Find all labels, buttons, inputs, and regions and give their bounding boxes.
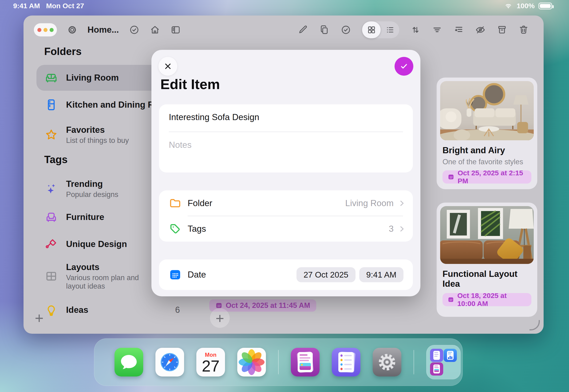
grid-view-icon	[367, 25, 376, 35]
notes-app-icon[interactable]	[291, 348, 320, 377]
view-toggle[interactable]	[362, 21, 399, 38]
sparkles-icon	[44, 182, 58, 196]
zoom-window-dot[interactable]	[50, 28, 54, 32]
sidebar-item-subtitle: Various room plan and layout ideas	[66, 274, 147, 291]
name-notes-card: Interesting Sofa Design Notes	[159, 104, 413, 172]
sidebar-item-count: 6	[175, 305, 180, 315]
copy-icon[interactable]	[319, 25, 330, 35]
tags-row[interactable]: Tags 3	[159, 216, 413, 242]
mini-notes-app-icon	[430, 362, 443, 376]
check-icon	[398, 61, 409, 72]
sidebar-item-label: Unique Design	[66, 239, 127, 249]
filter-lines-icon[interactable]	[432, 25, 442, 35]
close-icon	[163, 61, 173, 71]
sort-arrows-icon[interactable]	[410, 25, 421, 35]
notes-field-placeholder[interactable]: Notes	[169, 140, 192, 150]
date-picker-button[interactable]: 27 Oct 2025	[297, 267, 356, 282]
sidebar-add-button[interactable]: +	[35, 311, 43, 326]
item-card-bright-and-airy[interactable]: Bright and Airy One of the favorite styl…	[437, 78, 537, 189]
settings-app-icon[interactable]	[373, 348, 401, 377]
close-window-dot[interactable]	[37, 28, 41, 32]
sidebar-item-label: Layouts	[66, 262, 147, 272]
list-view-icon	[385, 25, 395, 35]
chevron-right-icon	[398, 199, 406, 207]
lightbulb-icon	[44, 303, 58, 317]
status-date: Mon Oct 27	[46, 2, 84, 10]
home-icon[interactable]	[150, 25, 160, 35]
messages-app-icon[interactable]	[114, 348, 143, 377]
date-row-label: Date	[188, 270, 206, 280]
trash-icon[interactable]	[518, 25, 529, 35]
time-picker-button[interactable]: 9:41 AM	[359, 267, 403, 282]
folder-row[interactable]: Folder Living Room	[159, 190, 413, 216]
eye-slash-icon[interactable]	[475, 25, 486, 35]
status-time: 9:41 AM	[13, 2, 40, 10]
sofa-photo	[440, 206, 534, 264]
window-resize-handle[interactable]	[529, 320, 540, 330]
item-card-functional-layout[interactable]: Functional Layout Idea Oct 18, 2025 at 1…	[437, 203, 537, 317]
grid-view-button[interactable]	[362, 21, 381, 38]
sidebar-item-label: Favorites	[66, 125, 129, 135]
apps-folder-icon[interactable]	[426, 345, 461, 379]
pencil-icon[interactable]	[297, 25, 308, 35]
chevron-right-icon	[398, 225, 406, 233]
modal-title: Edit Item	[160, 76, 220, 92]
field-divider	[169, 132, 403, 132]
list-view-button[interactable]	[381, 21, 399, 38]
check-circle-icon[interactable]	[341, 25, 351, 35]
close-button[interactable]	[158, 57, 177, 76]
content-add-button[interactable]: +	[210, 308, 230, 328]
edit-item-modal: Edit Item Interesting Sofa Design Notes …	[151, 50, 420, 296]
calendar-app-icon[interactable]: Mon 27	[196, 348, 225, 377]
check-circle-icon[interactable]	[129, 25, 140, 35]
sidebar-item-subtitle: List of things to buy	[66, 136, 129, 145]
checklist-app-icon[interactable]	[332, 348, 360, 377]
minimize-window-dot[interactable]	[43, 28, 47, 32]
item-name-field[interactable]: Interesting Sofa Design	[169, 112, 259, 122]
app-window: Home...	[24, 15, 544, 334]
calendar-date-label: 27	[196, 357, 225, 375]
folders-heading: Folders	[44, 46, 82, 57]
sidebar-item-subtitle: Popular designs	[66, 190, 118, 199]
archive-icon[interactable]	[497, 25, 507, 35]
ipad-screen: 9:41 AM Mon Oct 27 100%	[0, 0, 569, 392]
card-date-badge: Oct 25, 2025 at 2:15 PM	[442, 170, 531, 183]
battery-icon	[539, 3, 552, 9]
fridge-icon	[44, 98, 58, 112]
card-image[interactable]	[440, 206, 534, 264]
paintbrush-icon	[44, 237, 58, 251]
tags-row-label: Tags	[188, 224, 206, 234]
card-date-badge: Oct 18, 2025 at 10:00 AM	[442, 293, 531, 306]
sidebar-item-label: Furniture	[66, 212, 104, 222]
date-row[interactable]: Date 27 Oct 2025 9:41 AM	[159, 262, 413, 287]
mini-chart-app-icon	[444, 349, 457, 362]
calendar-icon	[448, 173, 454, 181]
card-title: Bright and Airy	[442, 145, 531, 155]
tag-icon	[169, 223, 182, 235]
toolbar-left: Home...	[34, 15, 181, 44]
confirm-button[interactable]	[395, 57, 413, 76]
move-to-list-icon[interactable]	[453, 25, 464, 35]
sidebar-item-label: Trending	[66, 179, 118, 189]
calendar-icon	[448, 296, 454, 303]
toolbar-right	[297, 15, 529, 44]
sidebar-item-ideas[interactable]: Ideas 6	[36, 299, 180, 321]
folder-icon	[169, 197, 182, 210]
date-card: Date 27 Oct 2025 9:41 AM	[159, 259, 413, 290]
photos-app-icon[interactable]	[237, 348, 266, 377]
dock: Mon 27	[94, 338, 463, 386]
safari-app-icon[interactable]	[156, 348, 184, 377]
sidebar-item-label: Ideas	[66, 305, 88, 315]
armchair-icon	[44, 210, 58, 224]
battery-percent: 100%	[517, 2, 535, 10]
folder-row-value: Living Room	[345, 198, 394, 208]
living-room-photo	[440, 81, 534, 140]
sofa-icon	[44, 71, 58, 84]
window-controls[interactable]	[34, 23, 57, 36]
dock-divider	[413, 350, 414, 374]
folder-row-label: Folder	[188, 198, 212, 208]
sidebar-toggle-icon[interactable]	[170, 25, 181, 35]
settings-gear-icon[interactable]	[67, 25, 78, 35]
calendar-icon	[169, 268, 182, 281]
card-image[interactable]	[440, 81, 534, 140]
